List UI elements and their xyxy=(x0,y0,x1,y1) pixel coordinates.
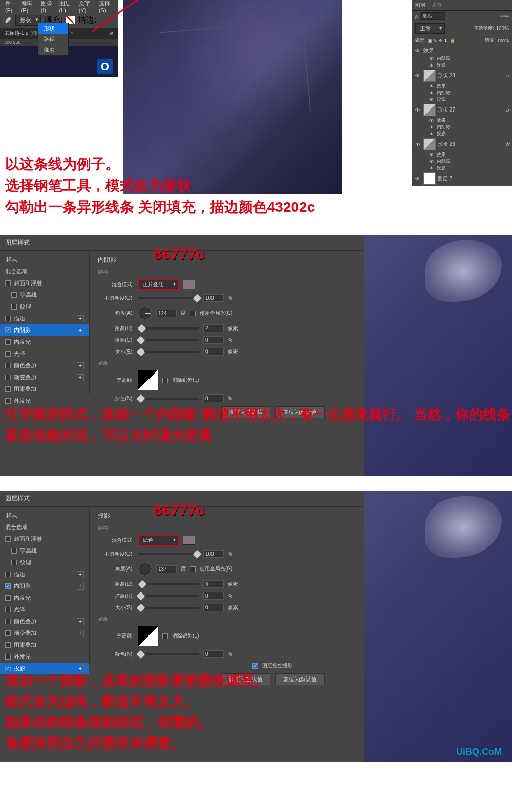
checkbox[interactable] xyxy=(11,548,17,554)
angle-dial[interactable] xyxy=(138,306,152,320)
style-stroke[interactable]: 描边+ xyxy=(0,568,89,580)
layer-filter[interactable] xyxy=(420,12,445,20)
effect-inner-shadow[interactable]: 👁内阴影 xyxy=(412,90,512,96)
global-light-checkbox[interactable] xyxy=(190,311,196,316)
style-outer-glow[interactable]: 外发光 xyxy=(0,651,89,663)
checkbox[interactable] xyxy=(5,351,11,357)
opacity-slider[interactable] xyxy=(138,553,199,555)
color-swatch[interactable] xyxy=(183,280,195,289)
tab-close-icon[interactable]: × xyxy=(110,29,114,37)
visibility-icon[interactable]: 👁 xyxy=(414,48,421,54)
distance-slider[interactable] xyxy=(138,327,199,330)
checkbox[interactable] xyxy=(5,619,11,624)
checkbox[interactable] xyxy=(11,560,17,565)
fx-badge[interactable]: fx xyxy=(506,107,510,113)
noise-input[interactable] xyxy=(203,650,224,658)
menu-select[interactable]: 选择(S) xyxy=(96,0,116,13)
style-contour[interactable]: 等高线 xyxy=(0,545,89,557)
effect-inner-shadow[interactable]: 👁内阴影 xyxy=(412,124,512,130)
effect-inner-shadow[interactable]: 👁内阴影 xyxy=(412,158,512,165)
style-color-overlay[interactable]: 颜色叠加+ xyxy=(0,616,89,627)
checkbox[interactable] xyxy=(5,327,11,333)
fill-value[interactable]: 100% xyxy=(497,38,509,43)
choke-input[interactable] xyxy=(203,336,224,344)
channels-tab[interactable]: 通道 xyxy=(432,2,442,9)
add-icon[interactable]: + xyxy=(77,630,84,637)
visibility-icon[interactable]: 👁 xyxy=(414,176,421,182)
noise-slider[interactable] xyxy=(138,653,199,655)
effect-drop-shadow[interactable]: 👁投影 xyxy=(412,165,512,171)
checkbox[interactable] xyxy=(5,583,11,589)
style-inner-shadow[interactable]: 内阴影+ xyxy=(0,324,89,336)
style-inner-shadow[interactable]: 内阴影+ xyxy=(0,580,89,592)
fx-badge[interactable]: fx xyxy=(506,73,510,78)
opacity-value[interactable]: 100% xyxy=(496,26,509,31)
blend-mode-dropdown[interactable]: 正常 xyxy=(415,23,445,34)
add-icon[interactable]: + xyxy=(77,327,84,334)
menu-image[interactable]: 图像(I) xyxy=(38,0,56,13)
spread-slider[interactable] xyxy=(138,595,199,597)
effect-drop-shadow[interactable]: 👁投影 xyxy=(412,96,512,103)
style-bevel[interactable]: 斜面和浮雕 xyxy=(0,533,89,545)
effect-inner-shadow[interactable]: 👁内阴影 xyxy=(412,55,512,62)
mode-shape[interactable]: 形状 xyxy=(38,23,68,34)
checkbox[interactable] xyxy=(5,316,11,321)
effect-drop-shadow[interactable]: 👁投影 xyxy=(412,130,512,137)
layers-tab[interactable]: 图层 xyxy=(415,2,425,9)
style-texture[interactable]: 纹理 xyxy=(0,301,89,313)
lock-icons[interactable]: ▣ ✎ ✛ ⬍ 🔒 xyxy=(428,38,455,43)
visibility-icon[interactable]: 👁 xyxy=(414,142,421,147)
contour-picker[interactable] xyxy=(138,370,158,390)
size-input[interactable] xyxy=(203,604,224,611)
layer-shape-28[interactable]: 👁形状 28fx xyxy=(412,69,512,83)
layer-7[interactable]: 👁图层 7 xyxy=(412,171,512,186)
tool-mode-dropdown[interactable]: 形状 xyxy=(15,15,41,26)
visibility-icon[interactable]: 👁 xyxy=(414,73,421,79)
blending-options[interactable]: 混合选项 xyxy=(0,266,89,277)
add-icon[interactable]: + xyxy=(77,315,84,322)
checkbox[interactable] xyxy=(5,654,11,660)
menu-file[interactable]: 件(F) xyxy=(2,0,18,13)
color-swatch[interactable] xyxy=(183,536,195,545)
antialias-checkbox[interactable] xyxy=(162,378,168,383)
effect-drop-shadow[interactable]: 👁投影 xyxy=(412,62,512,69)
effect-label[interactable]: 👁效果 xyxy=(412,151,512,158)
size-slider[interactable] xyxy=(138,607,199,609)
global-light-checkbox[interactable] xyxy=(190,566,196,572)
mode-pixels[interactable]: 像素 xyxy=(38,45,68,55)
checkbox[interactable] xyxy=(5,363,11,368)
style-contour[interactable]: 等高线 xyxy=(0,289,89,301)
menu-edit[interactable]: 编辑(E) xyxy=(18,0,38,13)
add-icon[interactable]: + xyxy=(77,362,84,369)
add-icon[interactable]: + xyxy=(77,374,84,381)
distance-slider[interactable] xyxy=(138,583,199,585)
checkbox[interactable] xyxy=(5,280,11,286)
checkbox[interactable] xyxy=(5,339,11,345)
knockout-checkbox[interactable] xyxy=(252,663,258,669)
noise-input[interactable] xyxy=(203,394,224,402)
menu-type[interactable]: 文字(Y) xyxy=(76,0,96,13)
layer-shape-27[interactable]: 👁形状 27fx xyxy=(412,103,512,117)
distance-input[interactable] xyxy=(203,580,224,588)
style-texture[interactable]: 纹理 xyxy=(0,557,89,568)
effect-label[interactable]: 👁效果 xyxy=(412,117,512,124)
effect-label[interactable]: 👁效果 xyxy=(412,83,512,90)
layer-effects-group[interactable]: 👁效果 xyxy=(412,46,512,55)
fx-badge[interactable]: fx xyxy=(506,142,510,147)
angle-input[interactable] xyxy=(156,565,177,573)
opacity-input[interactable] xyxy=(203,294,224,302)
contour-picker[interactable] xyxy=(138,626,158,646)
style-inner-glow[interactable]: 内发光 xyxy=(0,592,89,604)
style-pattern-overlay[interactable]: 图案叠加 xyxy=(0,639,89,651)
layer-shape-26[interactable]: 👁形状 26fx xyxy=(412,137,512,151)
checkbox[interactable] xyxy=(5,595,11,601)
add-icon[interactable]: + xyxy=(77,583,84,590)
opacity-input[interactable] xyxy=(203,550,224,558)
blending-options[interactable]: 混合选项 xyxy=(0,521,89,533)
style-satin[interactable]: 光泽 xyxy=(0,348,89,360)
menu-layer[interactable]: 图层(L) xyxy=(56,0,76,13)
style-inner-glow[interactable]: 内发光 xyxy=(0,336,89,348)
distance-input[interactable] xyxy=(203,324,224,332)
angle-dial[interactable] xyxy=(138,562,152,576)
blend-mode-dropdown[interactable]: 正片叠底 xyxy=(138,279,179,290)
